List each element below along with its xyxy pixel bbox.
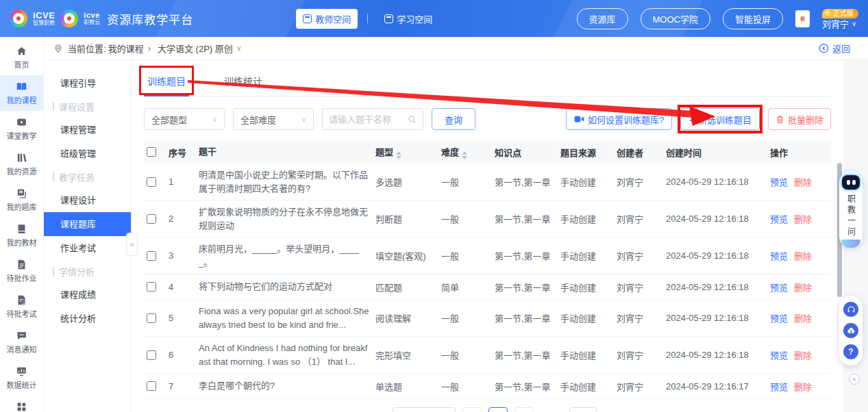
preview-link[interactable]: 预览 <box>770 281 788 294</box>
row-checkbox[interactable] <box>147 214 156 224</box>
rail-item-notifications[interactable]: 消息通知 <box>0 324 43 360</box>
rail-item-pending-homework[interactable]: 待批作业 <box>0 253 43 289</box>
row-checkbox[interactable] <box>147 313 156 323</box>
help-button[interactable]: ? <box>843 344 858 359</box>
home-icon <box>16 45 27 57</box>
row-checkbox[interactable] <box>147 282 156 292</box>
delete-link[interactable]: 删除 <box>794 281 812 294</box>
sidebar-item-homework-exams[interactable]: 作业考试 <box>44 236 131 260</box>
batch-delete-button[interactable]: 批量删除 <box>768 108 831 130</box>
rail-item-my-resources[interactable]: 我的资源 <box>0 146 43 182</box>
question-stem: 李白是哪个朝代的? <box>199 379 375 393</box>
sidebar-item-course-question-bank[interactable]: 课程题库 <box>44 212 131 236</box>
delete-link[interactable]: 删除 <box>794 212 812 225</box>
preview-link[interactable]: 预览 <box>770 175 788 188</box>
table-row: 5 Fiona was a very popular girl at schoo… <box>144 300 831 337</box>
row-checkbox[interactable] <box>147 350 156 360</box>
video-camera-icon <box>574 115 584 123</box>
question-stem: 明清是中国小说史上的繁荣时期。以下作品属于明清时期四大名著的有? <box>199 168 375 195</box>
rail-item-pending-exams[interactable]: 待批考试 <box>0 289 43 324</box>
sidebar-item-statistical-analysis[interactable]: 统计分析 <box>44 307 131 331</box>
rail-item-my-question-bank[interactable]: 我的题库 <box>0 182 43 218</box>
course-chevron-down-icon[interactable]: ∨ <box>236 44 242 53</box>
col-created: 创建时间 <box>666 146 770 159</box>
user-area: 正式版 刘宵宁 ∨ <box>822 9 858 29</box>
close-floating-icon[interactable]: × <box>849 374 860 385</box>
preview-link[interactable]: 预览 <box>770 249 788 262</box>
sidebar-item-course-design[interactable]: 课程设计 <box>44 188 131 212</box>
mooc-college-button[interactable]: MOOC学院 <box>641 8 710 29</box>
add-training-questions-button[interactable]: + 新选训练题目 <box>680 108 760 130</box>
books-icon <box>16 152 27 164</box>
resource-library-button[interactable]: 资源库 <box>577 8 628 29</box>
tab-training-statistics[interactable]: 训练统计 <box>221 68 266 96</box>
assistant-widget[interactable]: 职教一问 <box>839 171 863 248</box>
apps-grid-icon <box>16 401 27 412</box>
sidebar-collapse-handle[interactable]: « <box>126 233 138 256</box>
delete-link[interactable]: 删除 <box>794 249 812 262</box>
query-button[interactable]: 查询 <box>432 108 475 130</box>
rail-item-third-party-apps[interactable]: 第三方应用 <box>0 396 43 412</box>
user-menu[interactable]: 刘宵宁 ∨ <box>822 20 856 29</box>
rail-item-data-statistics[interactable]: 数据统计 <box>0 360 43 396</box>
current-page[interactable]: 1 <box>488 407 508 412</box>
back-button[interactable]: 返回 <box>819 42 850 55</box>
rail-item-my-courses[interactable]: 我的课程 <box>0 75 43 111</box>
col-source: 题目来源 <box>560 146 617 159</box>
row-checkbox[interactable] <box>147 251 156 261</box>
sidebar-item-course-guide[interactable]: 课程引导 <box>44 71 131 95</box>
plus-icon: + <box>689 114 695 125</box>
rail-item-home[interactable]: 首页 <box>0 40 43 75</box>
next-page-button[interactable]: › <box>514 407 534 412</box>
stem-search-input[interactable] <box>329 114 404 125</box>
col-type[interactable]: 题型 <box>375 145 441 159</box>
preview-link[interactable]: 预览 <box>770 212 788 225</box>
preview-link[interactable]: 预览 <box>770 380 788 393</box>
video-play-icon <box>16 116 27 128</box>
search-icon[interactable] <box>408 115 417 124</box>
textbook-icon <box>16 223 27 235</box>
sidebar-item-course-grades[interactable]: 课程成绩 <box>44 283 131 307</box>
learning-space-icon <box>384 14 393 23</box>
download-button[interactable] <box>843 323 858 338</box>
page-size-select[interactable]: 10条/页 ∨ <box>393 407 456 412</box>
customer-service-button[interactable] <box>843 302 858 317</box>
sidebar-item-course-management[interactable]: 课程管理 <box>44 118 131 142</box>
rail-item-classroom-teaching[interactable]: 课堂教学 <box>0 111 43 146</box>
difficulty-select[interactable]: 全部难度 ∨ <box>233 108 314 130</box>
pagination: 共7条 10条/页 ∨ ‹ 1 › 前往 页 <box>144 407 831 412</box>
breadcrumb-label: 当前位置: <box>68 42 106 55</box>
select-all-checkbox[interactable] <box>147 147 156 157</box>
message-bubble-icon <box>16 330 27 342</box>
exam-pencil-icon <box>16 294 27 306</box>
doc-shortcut-icon[interactable]: e <box>795 10 810 27</box>
nav-divider <box>367 14 368 23</box>
rail-item-my-textbooks[interactable]: 我的教材 <box>0 218 43 253</box>
prev-page-button[interactable]: ‹ <box>462 407 482 412</box>
stem-search-box <box>322 108 423 130</box>
tab-training-questions[interactable]: 训练题目 <box>144 68 189 96</box>
breadcrumb-root[interactable]: 我的课程 <box>108 42 144 55</box>
headset-icon <box>847 305 856 314</box>
question-stem: Fiona was a very popular girl at school.… <box>199 305 375 331</box>
sort-icon[interactable] <box>396 151 401 159</box>
learning-space-button[interactable]: 学习空间 <box>377 9 439 29</box>
smart-cast-button[interactable]: 智能投屏 <box>723 8 783 29</box>
goto-page-input[interactable] <box>569 407 597 412</box>
sidebar-item-class-management[interactable]: 班级管理 <box>44 142 131 166</box>
question-type-select[interactable]: 全部题型 ∨ <box>144 108 225 130</box>
row-checkbox[interactable] <box>147 381 156 391</box>
delete-link[interactable]: 删除 <box>794 348 812 361</box>
breadcrumb-course[interactable]: 大学语文 (2P) 原创 <box>158 42 233 55</box>
delete-link[interactable]: 删除 <box>794 311 812 324</box>
delete-link[interactable]: 删除 <box>794 380 812 393</box>
sort-icon[interactable] <box>462 151 467 159</box>
location-pin-icon <box>53 44 63 53</box>
teacher-space-button[interactable]: 教师空间 <box>296 9 358 29</box>
delete-link[interactable]: 删除 <box>794 175 812 188</box>
preview-link[interactable]: 预览 <box>770 311 788 324</box>
preview-link[interactable]: 预览 <box>770 348 788 361</box>
col-difficulty[interactable]: 难度 <box>441 145 495 159</box>
row-checkbox[interactable] <box>147 177 156 187</box>
help-setup-button[interactable]: 如何设置训练题库? <box>566 108 672 130</box>
